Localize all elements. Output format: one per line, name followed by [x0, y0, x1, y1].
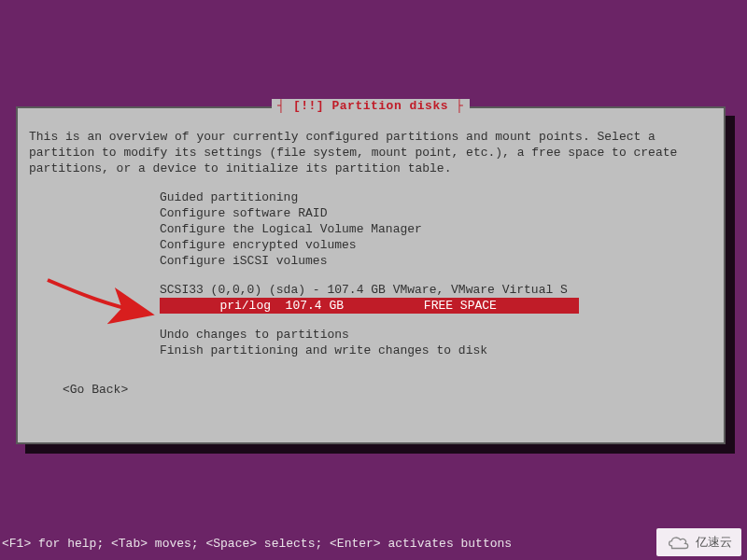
- post-menu: Undo changes to partitions Finish partit…: [160, 327, 712, 358]
- dialog-title-wrap: ┤ [!!] Partition disks ├: [18, 99, 724, 113]
- disk-header[interactable]: SCSI33 (0,0,0) (sda) - 107.4 GB VMware, …: [160, 282, 712, 298]
- footer-help: <F1> for help; <Tab> moves; <Space> sele…: [2, 537, 512, 551]
- menu-finish-partitioning[interactable]: Finish partitioning and write changes to…: [160, 343, 712, 358]
- partition-menu: Guided partitioning Configure software R…: [160, 189, 712, 269]
- dialog-title-text: Partition disks: [332, 99, 449, 113]
- dialog-intro: This is an overview of your currently co…: [29, 129, 712, 176]
- menu-configure-iscsi[interactable]: Configure iSCSI volumes: [160, 253, 712, 269]
- partition-dialog: ┤ [!!] Partition disks ├ This is an over…: [16, 106, 726, 444]
- menu-undo-changes[interactable]: Undo changes to partitions: [160, 327, 712, 343]
- free-space-row[interactable]: pri/log 107.4 GB FREE SPACE: [160, 298, 579, 314]
- disk-block: SCSI33 (0,0,0) (sda) - 107.4 GB VMware, …: [160, 282, 712, 314]
- menu-configure-encrypted[interactable]: Configure encrypted volumes: [160, 237, 712, 253]
- menu-guided-partitioning[interactable]: Guided partitioning: [160, 189, 712, 205]
- cloud-icon: [666, 535, 690, 550]
- watermark-text: 亿速云: [696, 534, 732, 551]
- go-back-button[interactable]: <Go Back>: [63, 383, 712, 397]
- menu-configure-lvm[interactable]: Configure the Logical Volume Manager: [160, 221, 712, 237]
- dialog-title-prefix: [!!]: [293, 99, 324, 113]
- dialog-title: ┤ [!!] Partition disks ├: [272, 99, 469, 113]
- menu-configure-raid[interactable]: Configure software RAID: [160, 205, 712, 221]
- watermark: 亿速云: [656, 528, 741, 556]
